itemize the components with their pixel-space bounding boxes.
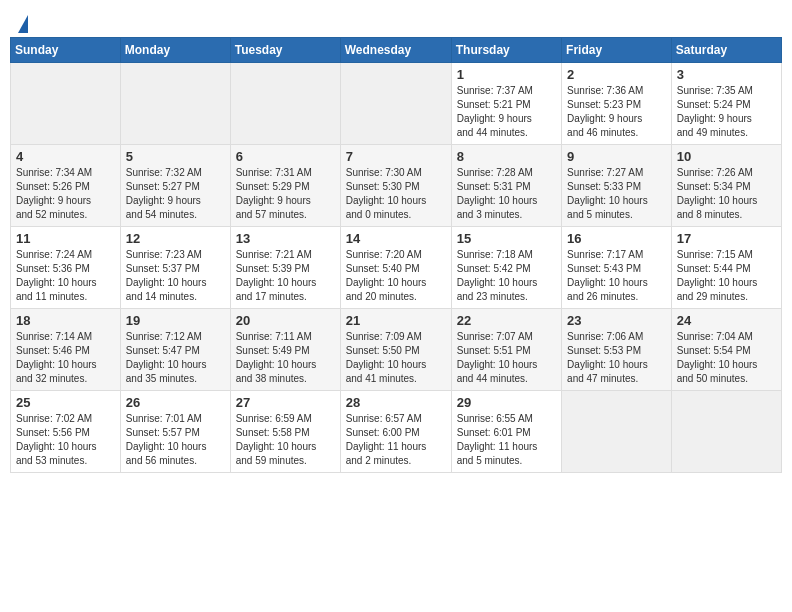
- weekday-header: Saturday: [671, 38, 781, 63]
- weekday-header: Wednesday: [340, 38, 451, 63]
- weekday-header: Thursday: [451, 38, 561, 63]
- calendar-week-row: 25Sunrise: 7:02 AM Sunset: 5:56 PM Dayli…: [11, 391, 782, 473]
- day-info: Sunrise: 6:57 AM Sunset: 6:00 PM Dayligh…: [346, 412, 446, 468]
- day-info: Sunrise: 7:09 AM Sunset: 5:50 PM Dayligh…: [346, 330, 446, 386]
- day-number: 29: [457, 395, 556, 410]
- calendar-cell: 19Sunrise: 7:12 AM Sunset: 5:47 PM Dayli…: [120, 309, 230, 391]
- calendar-cell: 17Sunrise: 7:15 AM Sunset: 5:44 PM Dayli…: [671, 227, 781, 309]
- calendar-cell: 21Sunrise: 7:09 AM Sunset: 5:50 PM Dayli…: [340, 309, 451, 391]
- logo-triangle-icon: [18, 15, 28, 33]
- calendar-cell: [11, 63, 121, 145]
- calendar-cell: 6Sunrise: 7:31 AM Sunset: 5:29 PM Daylig…: [230, 145, 340, 227]
- day-info: Sunrise: 7:26 AM Sunset: 5:34 PM Dayligh…: [677, 166, 776, 222]
- day-number: 9: [567, 149, 666, 164]
- day-info: Sunrise: 6:59 AM Sunset: 5:58 PM Dayligh…: [236, 412, 335, 468]
- calendar-cell: 12Sunrise: 7:23 AM Sunset: 5:37 PM Dayli…: [120, 227, 230, 309]
- day-number: 12: [126, 231, 225, 246]
- calendar-cell: 10Sunrise: 7:26 AM Sunset: 5:34 PM Dayli…: [671, 145, 781, 227]
- day-info: Sunrise: 6:55 AM Sunset: 6:01 PM Dayligh…: [457, 412, 556, 468]
- calendar-cell: 13Sunrise: 7:21 AM Sunset: 5:39 PM Dayli…: [230, 227, 340, 309]
- calendar-week-row: 1Sunrise: 7:37 AM Sunset: 5:21 PM Daylig…: [11, 63, 782, 145]
- day-info: Sunrise: 7:34 AM Sunset: 5:26 PM Dayligh…: [16, 166, 115, 222]
- day-number: 5: [126, 149, 225, 164]
- day-number: 6: [236, 149, 335, 164]
- logo: [15, 15, 28, 29]
- calendar-cell: 11Sunrise: 7:24 AM Sunset: 5:36 PM Dayli…: [11, 227, 121, 309]
- calendar-cell: [562, 391, 672, 473]
- day-number: 27: [236, 395, 335, 410]
- calendar-cell: 26Sunrise: 7:01 AM Sunset: 5:57 PM Dayli…: [120, 391, 230, 473]
- day-number: 16: [567, 231, 666, 246]
- calendar-cell: 28Sunrise: 6:57 AM Sunset: 6:00 PM Dayli…: [340, 391, 451, 473]
- weekday-header: Monday: [120, 38, 230, 63]
- calendar-week-row: 4Sunrise: 7:34 AM Sunset: 5:26 PM Daylig…: [11, 145, 782, 227]
- calendar-cell: [230, 63, 340, 145]
- day-info: Sunrise: 7:07 AM Sunset: 5:51 PM Dayligh…: [457, 330, 556, 386]
- day-info: Sunrise: 7:17 AM Sunset: 5:43 PM Dayligh…: [567, 248, 666, 304]
- day-number: 18: [16, 313, 115, 328]
- day-number: 21: [346, 313, 446, 328]
- day-info: Sunrise: 7:15 AM Sunset: 5:44 PM Dayligh…: [677, 248, 776, 304]
- weekday-header: Tuesday: [230, 38, 340, 63]
- calendar-cell: 20Sunrise: 7:11 AM Sunset: 5:49 PM Dayli…: [230, 309, 340, 391]
- day-number: 20: [236, 313, 335, 328]
- calendar-cell: 25Sunrise: 7:02 AM Sunset: 5:56 PM Dayli…: [11, 391, 121, 473]
- weekday-header: Friday: [562, 38, 672, 63]
- day-number: 26: [126, 395, 225, 410]
- calendar-cell: [671, 391, 781, 473]
- day-info: Sunrise: 7:31 AM Sunset: 5:29 PM Dayligh…: [236, 166, 335, 222]
- day-info: Sunrise: 7:20 AM Sunset: 5:40 PM Dayligh…: [346, 248, 446, 304]
- calendar-cell: 15Sunrise: 7:18 AM Sunset: 5:42 PM Dayli…: [451, 227, 561, 309]
- day-number: 10: [677, 149, 776, 164]
- calendar-week-row: 11Sunrise: 7:24 AM Sunset: 5:36 PM Dayli…: [11, 227, 782, 309]
- day-number: 1: [457, 67, 556, 82]
- day-number: 11: [16, 231, 115, 246]
- day-info: Sunrise: 7:27 AM Sunset: 5:33 PM Dayligh…: [567, 166, 666, 222]
- weekday-header: Sunday: [11, 38, 121, 63]
- day-info: Sunrise: 7:24 AM Sunset: 5:36 PM Dayligh…: [16, 248, 115, 304]
- calendar-cell: 14Sunrise: 7:20 AM Sunset: 5:40 PM Dayli…: [340, 227, 451, 309]
- calendar-cell: 24Sunrise: 7:04 AM Sunset: 5:54 PM Dayli…: [671, 309, 781, 391]
- day-info: Sunrise: 7:28 AM Sunset: 5:31 PM Dayligh…: [457, 166, 556, 222]
- calendar-cell: 9Sunrise: 7:27 AM Sunset: 5:33 PM Daylig…: [562, 145, 672, 227]
- day-info: Sunrise: 7:36 AM Sunset: 5:23 PM Dayligh…: [567, 84, 666, 140]
- calendar-cell: 5Sunrise: 7:32 AM Sunset: 5:27 PM Daylig…: [120, 145, 230, 227]
- header: [10, 10, 782, 29]
- day-number: 17: [677, 231, 776, 246]
- calendar-week-row: 18Sunrise: 7:14 AM Sunset: 5:46 PM Dayli…: [11, 309, 782, 391]
- day-number: 3: [677, 67, 776, 82]
- day-number: 8: [457, 149, 556, 164]
- calendar-cell: 2Sunrise: 7:36 AM Sunset: 5:23 PM Daylig…: [562, 63, 672, 145]
- day-info: Sunrise: 7:32 AM Sunset: 5:27 PM Dayligh…: [126, 166, 225, 222]
- day-number: 24: [677, 313, 776, 328]
- calendar-cell: 29Sunrise: 6:55 AM Sunset: 6:01 PM Dayli…: [451, 391, 561, 473]
- day-number: 28: [346, 395, 446, 410]
- day-number: 4: [16, 149, 115, 164]
- day-number: 7: [346, 149, 446, 164]
- day-info: Sunrise: 7:04 AM Sunset: 5:54 PM Dayligh…: [677, 330, 776, 386]
- day-info: Sunrise: 7:02 AM Sunset: 5:56 PM Dayligh…: [16, 412, 115, 468]
- day-number: 23: [567, 313, 666, 328]
- day-info: Sunrise: 7:35 AM Sunset: 5:24 PM Dayligh…: [677, 84, 776, 140]
- calendar-cell: 3Sunrise: 7:35 AM Sunset: 5:24 PM Daylig…: [671, 63, 781, 145]
- calendar-header-row: SundayMondayTuesdayWednesdayThursdayFrid…: [11, 38, 782, 63]
- day-number: 15: [457, 231, 556, 246]
- day-info: Sunrise: 7:21 AM Sunset: 5:39 PM Dayligh…: [236, 248, 335, 304]
- calendar-cell: [120, 63, 230, 145]
- day-info: Sunrise: 7:01 AM Sunset: 5:57 PM Dayligh…: [126, 412, 225, 468]
- day-info: Sunrise: 7:11 AM Sunset: 5:49 PM Dayligh…: [236, 330, 335, 386]
- day-number: 25: [16, 395, 115, 410]
- day-info: Sunrise: 7:12 AM Sunset: 5:47 PM Dayligh…: [126, 330, 225, 386]
- calendar-cell: 22Sunrise: 7:07 AM Sunset: 5:51 PM Dayli…: [451, 309, 561, 391]
- day-info: Sunrise: 7:18 AM Sunset: 5:42 PM Dayligh…: [457, 248, 556, 304]
- calendar-cell: [340, 63, 451, 145]
- calendar-cell: 16Sunrise: 7:17 AM Sunset: 5:43 PM Dayli…: [562, 227, 672, 309]
- day-number: 2: [567, 67, 666, 82]
- calendar-cell: 1Sunrise: 7:37 AM Sunset: 5:21 PM Daylig…: [451, 63, 561, 145]
- day-number: 19: [126, 313, 225, 328]
- calendar: SundayMondayTuesdayWednesdayThursdayFrid…: [10, 37, 782, 473]
- day-number: 14: [346, 231, 446, 246]
- calendar-cell: 23Sunrise: 7:06 AM Sunset: 5:53 PM Dayli…: [562, 309, 672, 391]
- day-info: Sunrise: 7:37 AM Sunset: 5:21 PM Dayligh…: [457, 84, 556, 140]
- day-number: 22: [457, 313, 556, 328]
